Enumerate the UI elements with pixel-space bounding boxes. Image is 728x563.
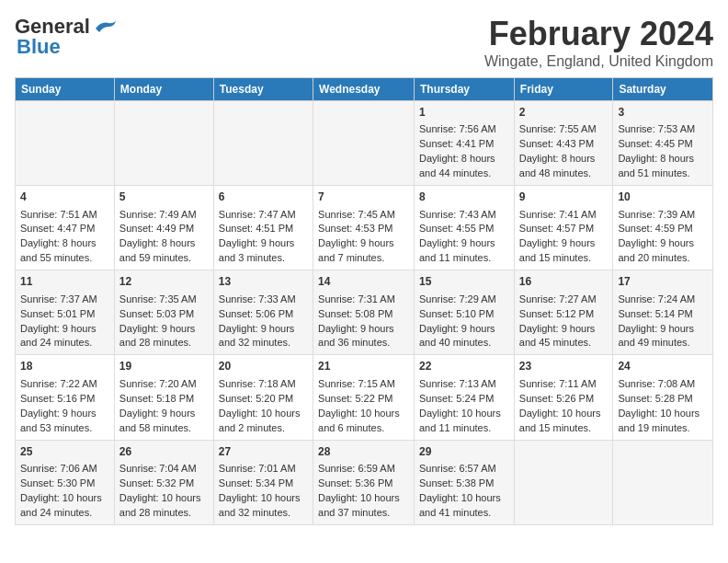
calendar-cell: 17Sunrise: 7:24 AMSunset: 5:14 PMDayligh… <box>613 270 713 355</box>
day-number: 6 <box>219 190 308 205</box>
day-info: and 24 minutes. <box>20 506 109 521</box>
day-number: 10 <box>618 190 708 205</box>
day-info: Daylight: 10 hours <box>318 491 409 506</box>
day-info: Daylight: 9 hours <box>419 322 509 337</box>
day-info: Sunrise: 7:13 AM <box>419 377 509 392</box>
day-info: Daylight: 10 hours <box>219 407 308 421</box>
day-number: 21 <box>318 359 409 374</box>
calendar-cell: 19Sunrise: 7:20 AMSunset: 5:18 PMDayligh… <box>114 355 213 440</box>
day-info: and 2 minutes. <box>219 421 308 436</box>
day-info: Daylight: 10 hours <box>219 491 308 506</box>
day-info: Sunset: 5:36 PM <box>318 477 409 491</box>
day-info: and 24 minutes. <box>20 336 109 350</box>
calendar-cell <box>514 440 613 524</box>
day-info: Sunrise: 7:39 AM <box>618 208 708 223</box>
day-info: Daylight: 9 hours <box>318 322 409 337</box>
day-header-sunday: Sunday <box>16 78 115 101</box>
day-info: and 40 minutes. <box>419 336 509 350</box>
day-info: Sunset: 5:38 PM <box>419 477 509 491</box>
day-info: Sunset: 5:03 PM <box>119 307 209 322</box>
day-number: 20 <box>219 359 308 374</box>
day-info: Daylight: 8 hours <box>119 236 209 251</box>
calendar-cell: 7Sunrise: 7:45 AMSunset: 4:53 PMDaylight… <box>313 186 415 270</box>
calendar-cell: 20Sunrise: 7:18 AMSunset: 5:20 PMDayligh… <box>213 355 313 440</box>
day-info: Sunrise: 7:47 AM <box>219 208 308 223</box>
day-number: 18 <box>20 359 109 374</box>
day-info: Sunset: 5:34 PM <box>219 477 308 491</box>
day-info: and 55 minutes. <box>20 251 109 266</box>
day-info: Daylight: 9 hours <box>219 322 308 337</box>
day-info: Sunset: 4:41 PM <box>419 137 509 152</box>
calendar-cell: 12Sunrise: 7:35 AMSunset: 5:03 PMDayligh… <box>114 270 213 355</box>
calendar-week-1: 1Sunrise: 7:56 AMSunset: 4:41 PMDaylight… <box>16 101 713 186</box>
day-number: 26 <box>119 444 209 460</box>
calendar-cell: 15Sunrise: 7:29 AMSunset: 5:10 PMDayligh… <box>415 270 515 355</box>
calendar-cell: 2Sunrise: 7:55 AMSunset: 4:43 PMDaylight… <box>514 101 613 186</box>
day-header-wednesday: Wednesday <box>313 78 415 101</box>
day-info: Sunrise: 6:57 AM <box>419 462 509 477</box>
day-info: Daylight: 10 hours <box>519 407 609 421</box>
day-header-saturday: Saturday <box>613 78 713 101</box>
day-info: Sunset: 4:49 PM <box>119 222 209 236</box>
calendar-cell <box>313 101 415 186</box>
day-info: Sunrise: 7:56 AM <box>419 122 509 137</box>
calendar-cell: 23Sunrise: 7:11 AMSunset: 5:26 PMDayligh… <box>514 355 613 440</box>
calendar-header-row: SundayMondayTuesdayWednesdayThursdayFrid… <box>16 78 713 101</box>
day-info: Daylight: 9 hours <box>20 407 109 421</box>
calendar-week-4: 18Sunrise: 7:22 AMSunset: 5:16 PMDayligh… <box>16 355 713 440</box>
day-info: Sunrise: 7:43 AM <box>419 208 509 223</box>
page-header: General Blue February 2024 Wingate, Engl… <box>15 15 713 70</box>
day-info: Sunset: 4:43 PM <box>519 137 609 152</box>
calendar-cell: 16Sunrise: 7:27 AMSunset: 5:12 PMDayligh… <box>514 270 613 355</box>
day-info: Sunrise: 7:49 AM <box>119 208 209 223</box>
day-info: Daylight: 10 hours <box>618 407 708 421</box>
day-info: Sunrise: 7:22 AM <box>20 377 109 392</box>
day-info: Sunset: 4:53 PM <box>318 222 409 236</box>
day-info: and 58 minutes. <box>119 421 209 436</box>
calendar-cell: 5Sunrise: 7:49 AMSunset: 4:49 PMDaylight… <box>114 186 213 270</box>
day-info: and 36 minutes. <box>318 336 409 350</box>
day-header-monday: Monday <box>114 78 213 101</box>
calendar-cell: 21Sunrise: 7:15 AMSunset: 5:22 PMDayligh… <box>313 355 415 440</box>
day-info: Sunrise: 7:29 AM <box>419 293 509 307</box>
day-info: Sunrise: 7:18 AM <box>219 377 308 392</box>
day-number: 24 <box>618 359 708 374</box>
day-info: and 15 minutes. <box>519 251 609 266</box>
day-info: Sunrise: 7:06 AM <box>20 462 109 477</box>
calendar-cell: 27Sunrise: 7:01 AMSunset: 5:34 PMDayligh… <box>213 440 313 524</box>
day-info: and 28 minutes. <box>119 336 209 350</box>
day-info: Sunrise: 7:55 AM <box>519 122 609 137</box>
day-info: and 53 minutes. <box>20 421 109 436</box>
day-info: Sunset: 5:24 PM <box>419 392 509 407</box>
day-info: Daylight: 10 hours <box>119 491 209 506</box>
calendar-cell: 28Sunrise: 6:59 AMSunset: 5:36 PMDayligh… <box>313 440 415 524</box>
calendar-body: 1Sunrise: 7:56 AMSunset: 4:41 PMDaylight… <box>16 101 713 525</box>
day-number: 22 <box>419 359 509 374</box>
day-info: and 48 minutes. <box>519 167 609 181</box>
calendar-table: SundayMondayTuesdayWednesdayThursdayFrid… <box>15 77 713 525</box>
day-info: Sunrise: 7:11 AM <box>519 377 609 392</box>
day-info: and 41 minutes. <box>419 506 509 521</box>
day-info: and 37 minutes. <box>318 506 409 521</box>
day-info: and 11 minutes. <box>419 421 509 436</box>
calendar-cell: 13Sunrise: 7:33 AMSunset: 5:06 PMDayligh… <box>213 270 313 355</box>
day-info: and 15 minutes. <box>519 421 609 436</box>
day-info: Sunset: 5:20 PM <box>219 392 308 407</box>
day-number: 27 <box>219 444 308 460</box>
day-info: and 45 minutes. <box>519 336 609 350</box>
day-info: Sunset: 5:18 PM <box>119 392 209 407</box>
day-info: Daylight: 8 hours <box>419 152 509 167</box>
day-number: 1 <box>419 105 509 121</box>
day-info: and 3 minutes. <box>219 251 308 266</box>
day-info: and 51 minutes. <box>618 167 708 181</box>
day-info: Sunrise: 7:08 AM <box>618 377 708 392</box>
day-info: Sunrise: 7:15 AM <box>318 377 409 392</box>
day-info: Sunset: 5:32 PM <box>119 477 209 491</box>
day-number: 14 <box>318 274 409 290</box>
day-info: Sunset: 5:06 PM <box>219 307 308 322</box>
calendar-cell: 29Sunrise: 6:57 AMSunset: 5:38 PMDayligh… <box>415 440 515 524</box>
day-info: Daylight: 9 hours <box>419 236 509 251</box>
day-info: Sunset: 4:51 PM <box>219 222 308 236</box>
day-number: 15 <box>419 274 509 290</box>
day-number: 25 <box>20 444 109 460</box>
